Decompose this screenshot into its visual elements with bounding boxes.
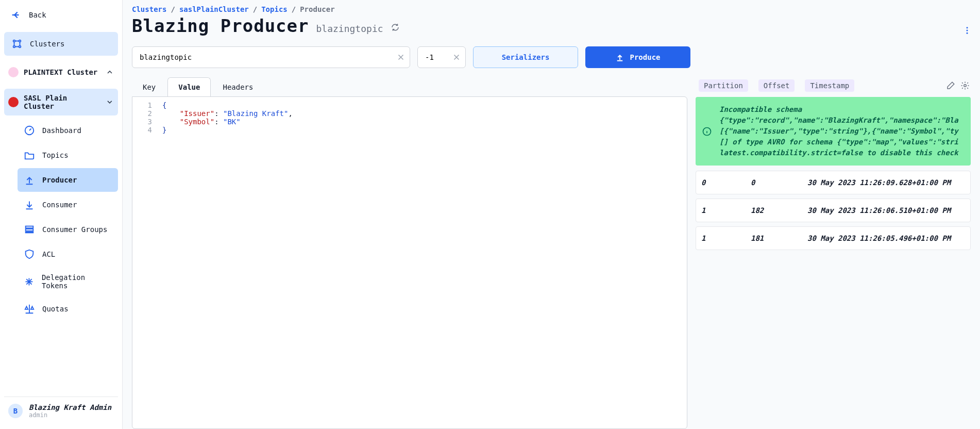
breadcrumb: Clusters / saslPlainCluster / Topics / P… [132, 5, 971, 13]
scale-icon [24, 303, 35, 315]
result-row[interactable]: 0 0 30 May 2023 11:26:09.628+01:00 PM [696, 171, 971, 194]
user-role: admin [29, 411, 111, 419]
nav-producer[interactable]: Producer [18, 168, 118, 192]
breadcrumb-sep: / [171, 5, 175, 13]
clear-icon[interactable] [452, 53, 461, 62]
breadcrumb-clusters[interactable]: Clusters [132, 5, 166, 13]
results-actions [946, 81, 970, 90]
nav-label: Dashboard [42, 126, 81, 135]
cluster-sasl-plain[interactable]: SASL Plain Cluster [4, 89, 118, 116]
back-label: Back [29, 11, 46, 19]
result-rows: 0 0 30 May 2023 11:26:09.628+01:00 PM 1 … [696, 171, 971, 250]
nav-label: ACL [42, 250, 55, 258]
result-row[interactable]: 1 181 30 May 2023 11:26:05.496+01:00 PM [696, 226, 971, 250]
nav-label: Consumer Groups [42, 225, 107, 234]
error-line: {"type":"record","name":"BlazingKraft","… [719, 115, 964, 126]
eraser-icon[interactable] [946, 81, 955, 90]
list-icon [24, 224, 35, 235]
back-button[interactable]: Back [4, 4, 118, 26]
nav-delegation-tokens[interactable]: Delegation Tokens [18, 267, 118, 296]
cell-offset: 181 [751, 234, 807, 242]
status-dot-icon [8, 97, 19, 107]
user-footer[interactable]: B Blazing Kraft Admin admin [4, 397, 118, 425]
gauge-icon [24, 125, 35, 136]
nav-topics[interactable]: Topics [18, 143, 118, 167]
schema-error-banner: Incompatible schema {"type":"record","na… [696, 97, 971, 166]
serializers-button[interactable]: Serializers [473, 46, 578, 68]
cell-timestamp: 30 May 2023 11:26:05.496+01:00 PM [807, 234, 965, 242]
folder-icon [24, 150, 35, 161]
user-display-name: Blazing Kraft Admin [29, 403, 111, 411]
cell-offset: 0 [751, 178, 807, 187]
sidebar-clusters-label: Clusters [30, 40, 64, 48]
cluster-label: PLAINTEXT Cluster [24, 68, 97, 76]
asterisk-icon [24, 276, 35, 287]
svg-point-2 [13, 46, 15, 48]
cell-timestamp: 30 May 2023 11:26:06.510+01:00 PM [807, 206, 965, 214]
toolbar: Serializers Produce [132, 46, 971, 68]
content-row: Key Value Headers 1234 { "Issuer": "Blaz… [132, 77, 971, 429]
result-row[interactable]: 1 182 30 May 2023 11:26:06.510+01:00 PM [696, 199, 971, 222]
clusters-icon [11, 38, 23, 50]
cell-timestamp: 30 May 2023 11:26:09.628+01:00 PM [807, 178, 965, 187]
chevron-down-icon [106, 98, 114, 106]
refresh-icon[interactable] [391, 23, 400, 32]
status-dot-icon [8, 67, 19, 77]
shield-icon [24, 249, 35, 260]
sidebar: Back Clusters PLAINTEXT Cluster SASL Pla… [0, 0, 123, 429]
nav-label: Consumer [42, 201, 77, 209]
arrow-left-icon [10, 9, 22, 21]
error-line: latest.compatibility.strict=false to dis… [719, 147, 964, 158]
main: Clusters / saslPlainCluster / Topics / P… [123, 0, 980, 429]
svg-rect-5 [26, 226, 33, 228]
topic-input[interactable] [132, 47, 410, 68]
topic-subtext: blazingtopic [316, 23, 383, 34]
nav-label: Topics [42, 151, 69, 159]
code-editor[interactable]: 1234 { "Issuer": "Blazing Kraft", "Symbo… [132, 96, 687, 429]
svg-point-9 [967, 30, 968, 31]
gear-icon[interactable] [960, 81, 970, 90]
nav-label: Producer [42, 176, 77, 184]
upload-icon [615, 53, 624, 62]
nav-acl[interactable]: ACL [18, 242, 118, 266]
error-line: [{"name":"Issuer","type":"string"},{"nam… [719, 126, 964, 137]
tab-headers[interactable]: Headers [212, 77, 264, 97]
breadcrumb-current: Producer [300, 5, 334, 13]
nav-consumer[interactable]: Consumer [18, 193, 118, 217]
button-label: Serializers [502, 53, 550, 61]
tab-value[interactable]: Value [167, 77, 211, 97]
results-header: Partition Offset Timestamp [696, 77, 971, 97]
cell-offset: 182 [751, 206, 807, 214]
svg-point-10 [967, 32, 968, 34]
error-line: Incompatible schema [719, 104, 964, 115]
editor-tabs: Key Value Headers [132, 77, 687, 97]
kebab-menu-icon[interactable] [962, 26, 972, 35]
sidebar-clusters[interactable]: Clusters [4, 32, 118, 56]
col-offset: Offset [758, 79, 795, 92]
avatar: B [8, 404, 23, 418]
download-icon [24, 199, 35, 210]
page-title: Blazing Producer [132, 15, 309, 36]
partition-input-wrap [417, 46, 466, 68]
nav-dashboard[interactable]: Dashboard [18, 119, 118, 142]
svg-point-8 [967, 27, 968, 28]
cluster-label: SASL Plain Cluster [24, 94, 100, 110]
nav-label: Delegation Tokens [42, 273, 112, 290]
cell-partition: 1 [701, 206, 751, 214]
breadcrumb-cluster-id[interactable]: saslPlainCluster [179, 5, 249, 13]
nav-label: Quotas [42, 305, 69, 313]
error-line: [] of type AVRO for schema {"type":"map"… [719, 137, 964, 147]
cluster-plaintext[interactable]: PLAINTEXT Cluster [4, 62, 118, 82]
editor-code: { "Issuer": "Blazing Kraft", "Symbol": "… [157, 97, 687, 428]
nav-consumer-groups[interactable]: Consumer Groups [18, 218, 118, 241]
svg-point-0 [13, 40, 15, 42]
button-label: Produce [630, 53, 660, 61]
nav-quotas[interactable]: Quotas [18, 297, 118, 321]
clear-icon[interactable] [396, 53, 405, 62]
produce-button[interactable]: Produce [585, 46, 690, 68]
tab-key[interactable]: Key [132, 77, 166, 97]
title-row: Blazing Producer blazingtopic [132, 15, 971, 36]
breadcrumb-topics[interactable]: Topics [261, 5, 288, 13]
col-timestamp: Timestamp [805, 79, 854, 92]
nav-list: Dashboard Topics Producer Consumer Consu… [4, 119, 118, 321]
